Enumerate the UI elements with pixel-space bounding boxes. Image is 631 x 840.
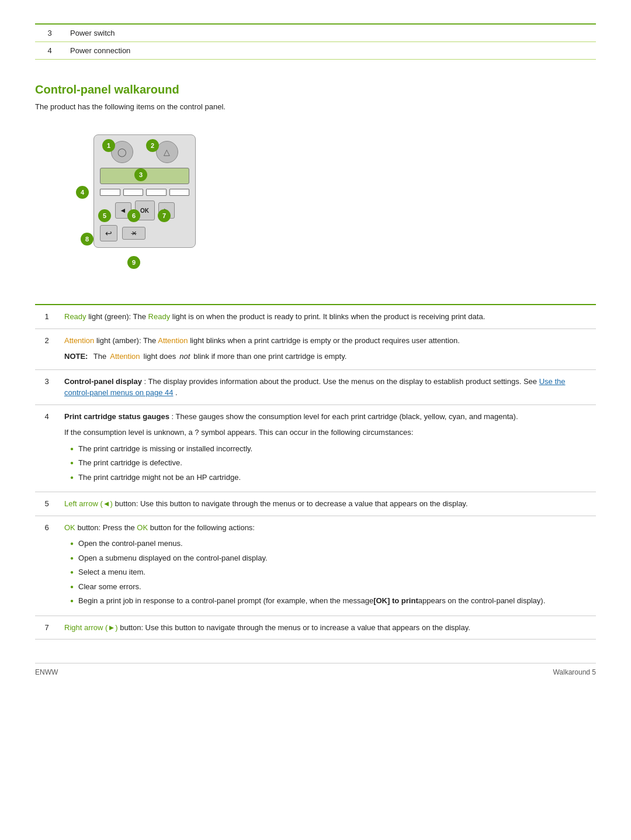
- pcsg-label: Print cartridge status gauges: [64, 412, 169, 421]
- note-not: not: [179, 351, 190, 362]
- top-table-label: Power connection: [64, 42, 596, 60]
- control-panel-diagram: ◯ △ ◄ OK ► ↩ ✕: [58, 123, 596, 286]
- desc-row-5: 5 Left arrow (◄) button: Use this button…: [35, 492, 596, 516]
- badge-8: 8: [81, 233, 93, 246]
- badge-2: 2: [146, 139, 159, 152]
- desc-row-3: 3 Control-panel display : The display pr…: [35, 369, 596, 405]
- attention-label: Attention: [64, 336, 94, 345]
- cpd-text-2: .: [175, 388, 178, 397]
- left-arrow-text: button: Use this button to navigate thro…: [115, 499, 468, 508]
- top-table-label: Power switch: [64, 24, 596, 42]
- attention-text-2: light blinks when a print cartridge is e…: [190, 336, 460, 345]
- note-text-1: The: [91, 351, 106, 362]
- bullet-missing: The print cartridge is missing or instal…: [70, 443, 590, 455]
- gauge-black: [100, 189, 120, 196]
- row-num-2: 2: [35, 329, 58, 369]
- desc-row-1: 1 Ready light (green): The Ready light i…: [35, 305, 596, 329]
- ready-label-2: Ready: [148, 312, 171, 321]
- footer-right: Walkaround 5: [553, 668, 596, 676]
- badge-4: 4: [76, 186, 89, 199]
- ready-text-1: light (green): The: [88, 312, 148, 321]
- ok-bullet-list: Open the control-panel menus. Open a sub…: [70, 538, 590, 607]
- note-text-2: light does: [144, 351, 176, 362]
- cartridge-gauges: [100, 189, 189, 196]
- row-num-6: 6: [35, 516, 58, 616]
- gauge-cyan: [146, 189, 167, 196]
- ok-label: OK: [64, 523, 75, 532]
- row-content-7: Right arrow (►) button: Use this button …: [58, 616, 596, 639]
- left-arrow-label: Left arrow (◄): [64, 499, 113, 508]
- badge-9: 9: [127, 256, 140, 269]
- badge-6: 6: [127, 209, 140, 222]
- note-attention: Attention: [110, 351, 140, 362]
- gauge-magenta: [169, 189, 190, 196]
- desc-row-4: 4 Print cartridge status gauges : These …: [35, 405, 596, 492]
- ok-text-2: button for the following actions:: [150, 523, 255, 532]
- bullet-defective: The print cartridge is defective.: [70, 457, 590, 469]
- pcsg-para2: If the consumption level is unknown, a ?…: [64, 427, 590, 438]
- ok-bullet-3: Select a menu item.: [70, 566, 590, 578]
- right-arrow-text: button: Use this button to navigate thro…: [120, 623, 470, 632]
- badge-7: 7: [158, 209, 171, 222]
- diagram-wrapper: ◯ △ ◄ OK ► ↩ ✕: [70, 123, 204, 286]
- desc-row-7: 7 Right arrow (►) button: Use this butto…: [35, 616, 596, 639]
- desc-row-2: 2 Attention light (amber): The Attention…: [35, 329, 596, 369]
- bullet-hp: The print cartridge might not be an HP c…: [70, 472, 590, 483]
- ok-label-2: OK: [137, 523, 148, 532]
- desc-row-6: 6 OK button: Press the OK button for the…: [35, 516, 596, 616]
- row-content-2: Attention light (amber): The Attention l…: [58, 329, 596, 369]
- footer-left: ENWW: [35, 668, 58, 676]
- ok-bullet-2: Open a submenu displayed on the control-…: [70, 552, 590, 564]
- row-num-3: 3: [35, 369, 58, 405]
- attention-light-icon: △: [156, 141, 178, 163]
- row-content-5: Left arrow (◄) button: Use this button t…: [58, 492, 596, 516]
- ok-bullet-4: Clear some errors.: [70, 581, 590, 593]
- cancel-btn: ✕: [122, 227, 145, 240]
- cpd-text-1: : The display provides information about…: [144, 377, 539, 386]
- ok-bullet-5: Begin a print job in response to a contr…: [70, 595, 590, 607]
- row-num-1: 1: [35, 305, 58, 329]
- row-num-4: 4: [35, 405, 58, 492]
- row-content-6: OK button: Press the OK button for the f…: [58, 516, 596, 616]
- ready-text-2: light is on when the product is ready to…: [172, 312, 485, 321]
- section-title: Control-panel walkaround: [35, 83, 596, 96]
- row-num-7: 7: [35, 616, 58, 639]
- row-content-3: Control-panel display : The display prov…: [58, 369, 596, 405]
- badge-3: 3: [134, 168, 147, 181]
- gauge-yellow: [123, 189, 144, 196]
- attention-label-2: Attention: [158, 336, 188, 345]
- row-num-5: 5: [35, 492, 58, 516]
- pcsg-bullet-list: The print cartridge is missing or instal…: [70, 443, 590, 483]
- cpd-label: Control-panel display: [64, 377, 142, 386]
- top-table-num: 4: [35, 42, 64, 60]
- diagram-btn-row: ◄ OK ►: [100, 201, 189, 220]
- pcsg-text-1: : These gauges show the consumption leve…: [172, 412, 518, 421]
- note-label: NOTE:: [64, 351, 88, 362]
- top-table-num: 3: [35, 24, 64, 42]
- ok-bullet-1: Open the control-panel menus.: [70, 538, 590, 549]
- attention-text-1: light (amber): The: [96, 336, 158, 345]
- ok-text-1: button: Press the: [77, 523, 137, 532]
- row-content-1: Ready light (green): The Ready light is …: [58, 305, 596, 329]
- note-text-3: blink if more than one print cartridge i…: [193, 351, 346, 362]
- page-footer: ENWW Walkaround 5: [35, 663, 596, 676]
- description-table: 1 Ready light (green): The Ready light i…: [35, 304, 596, 639]
- section-intro: The product has the following items on t…: [35, 102, 596, 111]
- badge-1: 1: [102, 139, 115, 152]
- row-content-4: Print cartridge status gauges : These ga…: [58, 405, 596, 492]
- diagram-bottom-row: ↩ ✕: [100, 225, 189, 241]
- right-arrow-label: Right arrow (►): [64, 623, 118, 632]
- badge-5: 5: [98, 209, 111, 222]
- ready-label: Ready: [64, 312, 86, 321]
- top-table: 3Power switch4Power connection: [35, 23, 596, 60]
- back-btn: ↩: [100, 225, 117, 241]
